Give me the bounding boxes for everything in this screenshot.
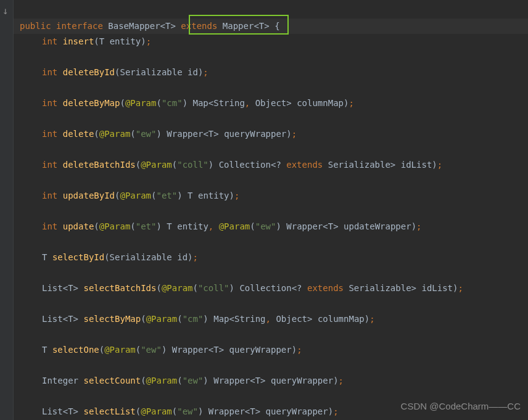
code-line: int deleteById(Serializable id);	[14, 65, 528, 80]
blank-line	[14, 296, 528, 311]
blank-line	[14, 327, 528, 342]
method-name: deleteBatchIds	[63, 160, 136, 170]
method-name: selectById	[52, 252, 104, 262]
annotation: @Param	[104, 345, 136, 355]
blank-line	[14, 49, 528, 65]
annotation: @Param	[219, 221, 250, 231]
annotation: @Param	[146, 376, 178, 385]
annotation: @Param	[120, 191, 151, 200]
keyword-extends: extends	[181, 21, 217, 31]
blank-line	[14, 234, 528, 250]
code-line: T selectOne(@Param("ew") Wrapper<T> quer…	[14, 342, 528, 358]
code-line: List<T> selectByMap(@Param("cm") Map<Str…	[14, 311, 528, 327]
class-name: BaseMapper	[108, 21, 160, 31]
code-line: Integer selectCount(@Param("ew") Wrapper…	[14, 373, 528, 389]
watermark: CSDN @CodeCharm——CC	[401, 401, 521, 411]
method-name: insert	[63, 36, 94, 46]
method-name: selectList	[83, 406, 135, 416]
annotation: @Param	[125, 98, 157, 108]
code-line: T selectById(Serializable id);	[14, 250, 528, 265]
gutter: ↓	[0, 0, 14, 420]
code-line: int deleteByMap(@Param("cm") Map<String,…	[14, 96, 528, 111]
method-name: selectCount	[83, 376, 141, 385]
method-name: deleteById	[63, 67, 115, 77]
method-name: updateById	[63, 191, 115, 200]
blank-line	[14, 204, 528, 219]
blank-line	[14, 111, 528, 126]
code-line: int insert(T entity);	[14, 34, 528, 49]
annotation: @Param	[141, 160, 172, 170]
annotation: @Param	[162, 283, 193, 293]
blank-line	[14, 265, 528, 281]
method-name: selectByMap	[83, 314, 141, 324]
code-line: int deleteBatchIds(@Param("coll") Collec…	[14, 157, 528, 173]
arrow-down-icon: ↓	[2, 5, 9, 17]
annotation: @Param	[146, 314, 178, 324]
method-name: selectOne	[52, 345, 99, 355]
code-line: public interface BaseMapper<T> extends M…	[14, 19, 528, 34]
annotation: @Param	[99, 129, 131, 139]
code-line: int delete(@Param("ew") Wrapper<T> query…	[14, 126, 528, 142]
code-line: int updateById(@Param("et") T entity);	[14, 188, 528, 204]
class-name: Mapper	[223, 21, 254, 31]
blank-line	[14, 142, 528, 157]
blank-line	[14, 173, 528, 188]
method-name: deleteByMap	[63, 98, 120, 108]
blank-line	[14, 80, 528, 96]
method-name: delete	[63, 129, 94, 139]
code-editor[interactable]: public interface BaseMapper<T> extends M…	[14, 0, 528, 420]
blank-line	[14, 358, 528, 373]
keyword-interface: interface	[56, 21, 103, 31]
keyword-public: public	[20, 21, 51, 31]
code-line: List<T> selectBatchIds(@Param("coll") Co…	[14, 281, 528, 296]
code-line: int update(@Param("et") T entity, @Param…	[14, 219, 528, 234]
annotation: @Param	[99, 221, 131, 231]
method-name: update	[63, 221, 94, 231]
method-name: selectBatchIds	[83, 283, 156, 293]
annotation: @Param	[141, 406, 172, 416]
